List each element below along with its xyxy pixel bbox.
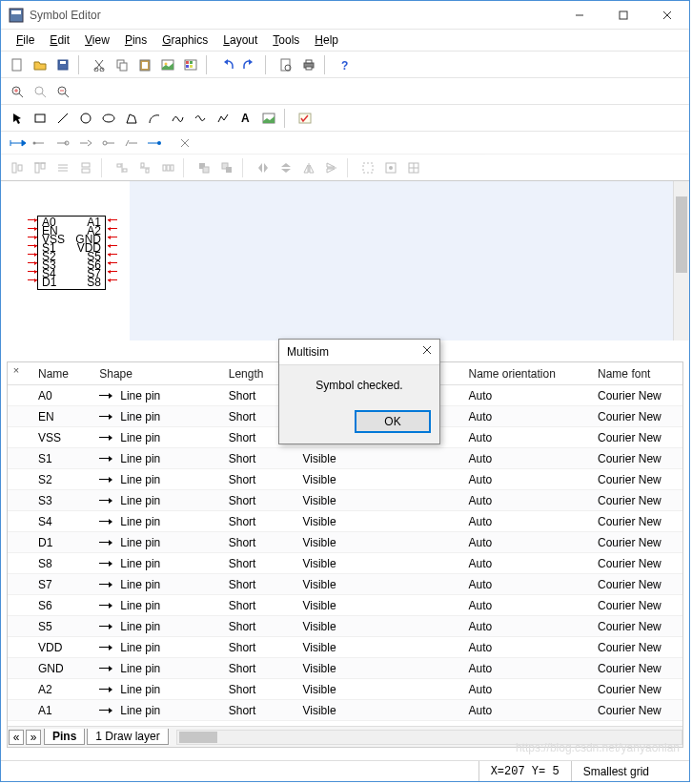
snap-1-icon[interactable] <box>357 157 378 178</box>
save-icon[interactable] <box>52 54 73 75</box>
table-row[interactable]: S2Line pinShortVisibleAutoCourier New <box>8 469 682 490</box>
image-icon[interactable] <box>157 54 178 75</box>
pin-tool-7-icon[interactable] <box>144 133 165 154</box>
cell-orient: Auto <box>461 387 591 404</box>
bitmap-icon[interactable] <box>258 108 279 129</box>
tab-drawlayer[interactable]: 1 Draw layer <box>87 729 168 745</box>
undo-icon[interactable] <box>216 54 237 75</box>
close-button[interactable] <box>645 1 689 30</box>
copy-icon[interactable] <box>112 54 132 75</box>
table-row[interactable]: S5Line pinShortVisibleAutoCourier New <box>8 616 682 637</box>
ellipse-icon[interactable] <box>98 108 119 129</box>
table-row[interactable]: GNDLine pinShortVisibleAutoCourier New <box>8 658 682 679</box>
pin-tool-2-icon[interactable] <box>30 133 51 154</box>
col-shape[interactable]: Shape <box>92 363 221 384</box>
close-panel-icon[interactable]: × <box>10 364 23 378</box>
paste-icon[interactable] <box>134 54 155 75</box>
group-1-icon[interactable] <box>193 157 214 178</box>
table-row[interactable]: S7Line pinShortVisibleAutoCourier New <box>8 574 682 595</box>
align-2-icon[interactable] <box>30 157 51 178</box>
cell-shape: Line pin <box>92 597 221 614</box>
menu-pins[interactable]: Pins <box>119 31 153 49</box>
table-row[interactable]: A2Line pinShortVisibleAutoCourier New <box>8 679 682 700</box>
arc-icon[interactable] <box>144 108 165 129</box>
mirror-h-icon[interactable] <box>298 157 319 178</box>
close-toolbar-icon[interactable] <box>178 136 192 150</box>
palette-icon[interactable] <box>180 54 201 75</box>
menu-help[interactable]: Help <box>309 31 344 49</box>
bezier-icon[interactable] <box>167 108 188 129</box>
circle-icon[interactable] <box>75 108 96 129</box>
dist-3-icon[interactable] <box>157 157 178 178</box>
maximize-button[interactable] <box>601 1 645 30</box>
menu-graphics[interactable]: Graphics <box>156 31 214 49</box>
cut-icon[interactable] <box>89 54 110 75</box>
help-icon[interactable]: ? <box>335 54 356 75</box>
polyline-icon[interactable] <box>213 108 234 129</box>
pin-tool-6-icon[interactable] <box>121 133 142 154</box>
cell-shape: Line pin <box>92 450 221 467</box>
zoom-fit-icon[interactable] <box>30 81 51 102</box>
canvas[interactable]: A0A1ENA2VSSGNDS1VDDS2S5S3S6S4S7D1S8 <box>1 180 689 340</box>
table-row[interactable]: A1Line pinShortVisibleAutoCourier New <box>8 700 682 721</box>
align-3-icon[interactable] <box>52 157 73 178</box>
line-icon[interactable] <box>52 108 73 129</box>
align-1-icon[interactable] <box>7 157 28 178</box>
svg-point-54 <box>157 141 161 145</box>
dist-2-icon[interactable] <box>134 157 155 178</box>
dialog-close-icon[interactable] <box>422 345 432 359</box>
vscrollbar[interactable] <box>673 181 689 340</box>
table-row[interactable]: D1Line pinShortVisibleAutoCourier New <box>8 532 682 553</box>
table-row[interactable]: VDDLine pinShortVisibleAutoCourier New <box>8 637 682 658</box>
table-row[interactable]: S4Line pinShortVisibleAutoCourier New <box>8 511 682 532</box>
snap-3-icon[interactable] <box>403 157 424 178</box>
pin-tool-4-icon[interactable] <box>75 133 96 154</box>
cell-name: VSS <box>31 429 92 446</box>
col-font[interactable]: Name font <box>590 363 682 384</box>
cell-shape: Line pin <box>92 471 221 488</box>
rect-icon[interactable] <box>30 108 51 129</box>
check-icon[interactable] <box>295 108 315 129</box>
flip-v-icon[interactable] <box>275 157 296 178</box>
new-icon[interactable] <box>7 54 28 75</box>
snap-2-icon[interactable] <box>380 157 401 178</box>
pin-tool-5-icon[interactable] <box>98 133 119 154</box>
minimize-button[interactable] <box>558 1 601 30</box>
align-4-icon[interactable] <box>75 157 96 178</box>
group-2-icon[interactable] <box>216 157 237 178</box>
text-icon[interactable]: A <box>235 108 256 129</box>
preview-icon[interactable] <box>275 54 296 75</box>
menu-edit[interactable]: Edit <box>44 31 75 49</box>
col-orient[interactable]: Name orientation <box>461 363 591 384</box>
flip-h-icon[interactable] <box>253 157 274 178</box>
menu-layout[interactable]: Layout <box>217 31 263 49</box>
symbol-preview[interactable]: A0A1ENA2VSSGNDS1VDDS2S5S3S6S4S7D1S8 <box>37 216 106 290</box>
col-name[interactable]: Name <box>31 363 92 384</box>
open-icon[interactable] <box>30 54 51 75</box>
tab-last-icon[interactable]: » <box>26 730 41 745</box>
table-row[interactable]: S8Line pinShortVisibleAutoCourier New <box>8 553 682 574</box>
tab-pins[interactable]: Pins <box>44 729 85 745</box>
table-row[interactable]: S1Line pinShortVisibleAutoCourier New <box>8 448 682 469</box>
redo-icon[interactable] <box>239 54 260 75</box>
cell-orient: Auto <box>461 471 591 488</box>
menu-view[interactable]: View <box>79 31 115 49</box>
pointer-icon[interactable] <box>7 108 28 129</box>
pin-tool-3-icon[interactable] <box>52 133 73 154</box>
cell-shape: Line pin <box>92 660 221 677</box>
table-row[interactable]: S3Line pinShortVisibleAutoCourier New <box>8 490 682 511</box>
ok-button[interactable]: OK <box>356 411 430 432</box>
print-icon[interactable] <box>298 54 319 75</box>
menu-tools[interactable]: Tools <box>267 31 305 49</box>
polygon-icon[interactable] <box>121 108 142 129</box>
zoom-out-icon[interactable] <box>52 81 73 102</box>
zoom-in-icon[interactable] <box>7 81 28 102</box>
mirror-v-icon[interactable] <box>321 157 342 178</box>
menu-file[interactable]: File <box>10 31 40 49</box>
tab-first-icon[interactable]: « <box>9 730 24 745</box>
pin-tool-1-icon[interactable] <box>7 133 28 154</box>
spline-icon[interactable] <box>190 108 211 129</box>
dist-1-icon[interactable] <box>112 157 132 178</box>
cell-name: GND <box>31 660 92 677</box>
table-row[interactable]: S6Line pinShortVisibleAutoCourier New <box>8 595 682 616</box>
